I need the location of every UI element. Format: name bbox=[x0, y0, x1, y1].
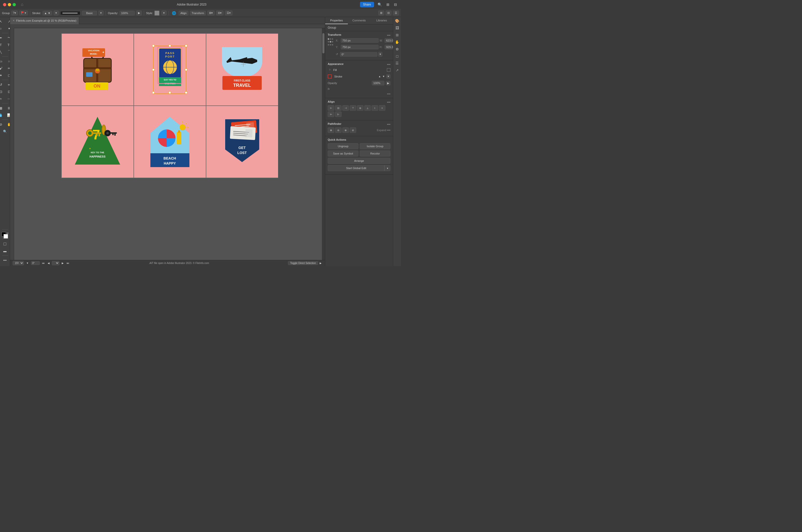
eraser-btn[interactable]: ◻ bbox=[5, 72, 10, 78]
transform-reference-box[interactable] bbox=[328, 38, 333, 46]
background-color-well[interactable] bbox=[3, 234, 8, 239]
artboard-passport[interactable]: PASS PORT SAY YES TO VACATION bbox=[134, 34, 206, 106]
start-global-edit-button[interactable]: Start Global Edit bbox=[328, 165, 384, 171]
line-segment-btn[interactable]: ╲ bbox=[0, 49, 5, 55]
rectangle-tool-btn[interactable]: ▭ bbox=[0, 58, 5, 64]
swap-colors-icon[interactable]: ⇄ bbox=[7, 232, 8, 234]
mesh-tool-btn[interactable]: ⊞ bbox=[5, 105, 10, 111]
align-more-icon[interactable]: ••• bbox=[387, 100, 390, 104]
right-panel-toggle[interactable]: ⊞ bbox=[378, 11, 384, 15]
pen-tool-btn[interactable]: ✒ bbox=[0, 35, 5, 41]
align-right-btn[interactable]: ⊣ bbox=[342, 105, 349, 111]
default-colors-icon[interactable]: ⬛ bbox=[1, 237, 4, 239]
tools-more-btn[interactable]: ••• bbox=[1, 257, 9, 264]
pathfinder-extra-more[interactable]: ••• bbox=[387, 128, 390, 132]
stroke-swatch[interactable] bbox=[328, 75, 332, 78]
arrange-button[interactable]: Arrange bbox=[328, 158, 390, 164]
share-button[interactable]: Share bbox=[360, 2, 374, 7]
appearance-extra-more[interactable]: ••• bbox=[387, 92, 390, 96]
zoom-btn[interactable]: 🔍 bbox=[1, 128, 9, 135]
tab-libraries[interactable]: Libraries bbox=[370, 17, 393, 24]
ref-mm[interactable] bbox=[330, 41, 331, 42]
ref-bl[interactable] bbox=[328, 44, 329, 45]
ref-tm[interactable] bbox=[330, 38, 331, 40]
search-icon[interactable]: 🔍 bbox=[377, 2, 383, 7]
panel-layers-icon[interactable]: ☰ bbox=[395, 60, 400, 66]
align-hcenter-btn[interactable]: ⊟ bbox=[335, 105, 342, 111]
nav-first-btn[interactable]: ⏮ bbox=[41, 262, 45, 265]
start-global-edit-dropdown[interactable]: ▾ bbox=[384, 165, 390, 171]
selection-tool-btn[interactable]: ↖ bbox=[0, 18, 5, 25]
x-input[interactable] bbox=[341, 38, 379, 43]
shaper-btn[interactable]: ✦ bbox=[0, 72, 5, 78]
artboard-select[interactable]: 2 bbox=[52, 261, 59, 265]
pencil-btn[interactable]: ✏ bbox=[5, 65, 10, 72]
tool-question-btn[interactable]: ?▾ bbox=[11, 11, 18, 15]
expand-btn[interactable]: Expand bbox=[377, 129, 386, 132]
opacity-arrow[interactable]: ▶ bbox=[386, 81, 390, 85]
canvas-viewport[interactable]: VACATION MODE: ✦ ON bbox=[14, 28, 325, 260]
minus-front-btn[interactable]: ⊖ bbox=[335, 127, 342, 133]
globe-icon[interactable]: 🌐 bbox=[171, 11, 177, 16]
gradient-tool-btn[interactable]: ▦ bbox=[0, 105, 5, 111]
paintbrush-btn[interactable]: 🖌 bbox=[0, 65, 5, 72]
exclude-btn[interactable]: ⊘ bbox=[350, 127, 356, 133]
panel-move-icon[interactable]: ✋ bbox=[395, 39, 400, 45]
artboard-first-class[interactable]: FIRST-CLASS TRAVEL bbox=[206, 34, 278, 106]
distribute-top-btn[interactable]: ⊩ bbox=[335, 112, 342, 117]
stroke-color-btn[interactable]: ▾ bbox=[54, 11, 59, 15]
ref-mr[interactable] bbox=[332, 41, 333, 42]
save-as-symbol-button[interactable]: Save as Symbol bbox=[328, 151, 359, 156]
right-panel-toggle2[interactable]: ⊟ bbox=[386, 11, 391, 15]
nav-next-btn[interactable]: ▶ bbox=[61, 262, 65, 265]
panel-export-icon[interactable]: ↗ bbox=[395, 68, 400, 73]
rotation-input[interactable] bbox=[340, 52, 377, 57]
ungroup-button[interactable]: Ungroup bbox=[328, 143, 359, 149]
window-tiles-icon[interactable]: ⊞ bbox=[385, 2, 390, 7]
align-left-btn[interactable]: ⊢ bbox=[328, 105, 334, 111]
basic-dropdown[interactable]: Basic bbox=[82, 11, 97, 15]
distribute-btn[interactable]: ⊟▾ bbox=[216, 11, 223, 15]
rotate-tool-btn[interactable]: ↺ bbox=[0, 81, 5, 88]
fill-swatch[interactable] bbox=[387, 68, 390, 72]
stroke-down-btn[interactable]: ▼ bbox=[382, 75, 385, 78]
ref-bm[interactable] bbox=[330, 44, 331, 45]
arc-tool-btn[interactable]: ⌒ bbox=[5, 49, 10, 55]
ellipse-tool-btn[interactable]: ○ bbox=[5, 58, 10, 64]
unite-btn[interactable]: ⊕ bbox=[328, 127, 334, 133]
artboard-key-happiness[interactable]: 7 bbox=[62, 106, 133, 178]
curvature-tool-btn[interactable]: 〜 bbox=[5, 35, 10, 41]
lasso-tool-btn[interactable]: ○ bbox=[0, 25, 5, 32]
tab-properties[interactable]: Properties bbox=[325, 17, 348, 24]
artboard-beach-happy[interactable]: BEACH HAPPY bbox=[134, 106, 206, 178]
panel-shapes-icon[interactable]: ◻ bbox=[395, 53, 400, 59]
zoom-select[interactable]: 15% 25% 50% 100% bbox=[13, 261, 24, 265]
nav-prev-btn[interactable]: ◀ bbox=[47, 262, 50, 265]
intersect-btn[interactable]: ⊗ bbox=[342, 127, 349, 133]
distribute-right-btn[interactable]: ⊨ bbox=[328, 112, 334, 117]
eyedropper-btn[interactable]: 💧 bbox=[0, 112, 5, 118]
distribute-left-btn[interactable]: ⊦ bbox=[371, 105, 378, 111]
tab-comments[interactable]: Comments bbox=[348, 17, 370, 24]
shear-tool-btn[interactable]: ⊡ bbox=[5, 88, 10, 95]
tab-close-icon[interactable]: ✕ bbox=[13, 19, 15, 22]
align-top-btn[interactable]: ⊤ bbox=[350, 105, 356, 111]
toggle-direct-selection-btn[interactable]: Toggle Direct Selection bbox=[288, 261, 318, 265]
h-input[interactable] bbox=[385, 45, 393, 49]
ref-br[interactable] bbox=[332, 44, 333, 45]
direct-selection-tool-btn[interactable]: ↗ bbox=[5, 18, 10, 25]
warp-tool-btn[interactable]: ≈ bbox=[0, 95, 5, 102]
fill-none-btn[interactable]: □ bbox=[1, 241, 9, 247]
arrange-btn[interactable]: ☰▾ bbox=[225, 11, 233, 15]
tool-flag-btn[interactable]: 🚩▾ bbox=[19, 11, 28, 15]
panel-flower-icon[interactable]: ✿ bbox=[395, 46, 400, 52]
nav-last-btn[interactable]: ⏭ bbox=[66, 262, 70, 265]
artboard-vacation-mode[interactable]: VACATION MODE: ✦ ON bbox=[62, 34, 133, 106]
y-input[interactable] bbox=[341, 45, 379, 49]
ref-ml[interactable] bbox=[328, 41, 329, 42]
stroke-appearance-dropdown[interactable]: ▾ bbox=[386, 74, 390, 78]
recolor-button[interactable]: Recolor bbox=[360, 151, 390, 156]
collapse-icon[interactable]: ⊟ bbox=[393, 2, 398, 7]
stroke-up-btn[interactable]: ▲ bbox=[378, 75, 381, 78]
chart-btn[interactable]: 📊 bbox=[5, 112, 10, 118]
